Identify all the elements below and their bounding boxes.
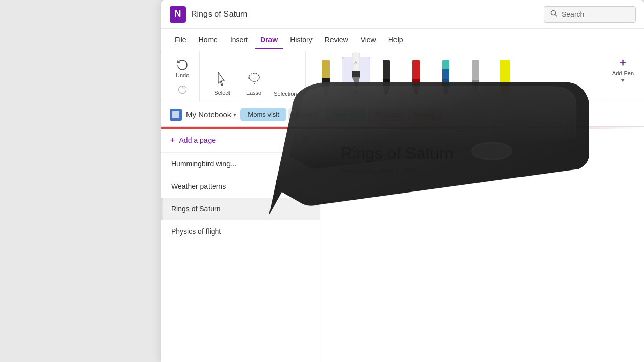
tab-school[interactable]: School xyxy=(288,108,323,121)
pen-tool-5[interactable] xyxy=(432,57,460,98)
svg-marker-6 xyxy=(322,87,330,93)
svg-marker-16 xyxy=(384,92,388,95)
svg-marker-11 xyxy=(352,77,360,83)
svg-rect-3 xyxy=(322,60,330,81)
title-bar: N Rings of Saturn Search xyxy=(161,0,644,29)
svg-rect-18 xyxy=(412,79,420,86)
svg-marker-20 xyxy=(414,92,418,95)
add-page-button[interactable]: + Add a page xyxy=(161,129,320,153)
pen-tool-7[interactable] xyxy=(491,57,521,98)
svg-marker-25 xyxy=(444,92,448,95)
select-button[interactable]: Select xyxy=(210,68,234,98)
svg-rect-21 xyxy=(442,60,449,70)
menu-view[interactable]: View xyxy=(356,33,381,47)
note-content: Rings of Saturn Wednesday, June 7, 2021 xyxy=(320,129,644,362)
pen-tools-group: A ▾ xyxy=(308,51,604,102)
svg-marker-12 xyxy=(354,83,358,88)
add-page-label: Add a page xyxy=(179,136,216,144)
svg-marker-7 xyxy=(324,93,327,95)
svg-rect-23 xyxy=(442,79,449,86)
tab-writing[interactable]: Writing xyxy=(407,108,442,121)
page-item-hummingbird[interactable]: Hummingbird wing... xyxy=(161,153,320,175)
notebook-icon xyxy=(170,109,182,121)
search-label: Search xyxy=(562,10,584,18)
menu-file[interactable]: File xyxy=(170,33,192,47)
app-window: N Rings of Saturn Search File Home Inser… xyxy=(161,0,644,362)
search-box[interactable]: Search xyxy=(544,6,636,23)
content-area: + Add a page Hummingbird wing... Weather… xyxy=(161,129,644,362)
selection-group-label: Selection xyxy=(274,91,297,98)
svg-marker-32 xyxy=(500,88,510,94)
toolbar: Undo Select Lasso xyxy=(161,51,644,102)
pen-tool-2[interactable]: A ▾ xyxy=(342,57,370,98)
svg-rect-31 xyxy=(500,82,510,88)
tab-physics[interactable]: Physics xyxy=(368,108,405,121)
page-item-weather[interactable]: Weather patterns xyxy=(161,175,320,198)
svg-rect-17 xyxy=(412,60,420,80)
selection-group: Select Lasso Selection xyxy=(202,51,305,102)
menu-home[interactable]: Home xyxy=(194,33,223,47)
add-page-plus-icon: + xyxy=(170,135,175,146)
svg-rect-27 xyxy=(472,80,479,84)
tab-work[interactable]: Work n... xyxy=(325,108,366,121)
pen-tool-4[interactable] xyxy=(402,57,430,98)
menu-help[interactable]: Help xyxy=(383,33,408,47)
svg-line-1 xyxy=(555,14,557,16)
add-pen-label: Add Pen xyxy=(612,70,634,76)
svg-rect-22 xyxy=(442,69,449,80)
svg-rect-10 xyxy=(352,71,360,77)
svg-rect-26 xyxy=(472,60,479,81)
redo-icon xyxy=(177,84,188,95)
pen-3-icon xyxy=(377,59,396,95)
add-pen-group[interactable]: ＋ Add Pen ▾ xyxy=(606,51,640,102)
page-list: + Add a page Hummingbird wing... Weather… xyxy=(161,129,320,362)
menu-bar: File Home Insert Draw History Review Vie… xyxy=(161,29,644,51)
pen-6-icon xyxy=(466,59,485,95)
add-pen-icon: ＋ xyxy=(618,55,628,69)
svg-marker-19 xyxy=(412,86,420,92)
pen-7-icon xyxy=(495,59,517,95)
svg-rect-5 xyxy=(322,84,330,87)
search-icon xyxy=(550,10,557,19)
pen-1-icon xyxy=(316,59,336,95)
lasso-label: Lasso xyxy=(246,90,261,96)
undo-button[interactable]: Undo xyxy=(172,57,193,80)
svg-marker-28 xyxy=(472,84,479,91)
svg-marker-33 xyxy=(502,94,508,95)
lasso-button[interactable]: Lasso xyxy=(242,68,265,98)
pen-tool-1[interactable] xyxy=(312,57,340,98)
svg-marker-24 xyxy=(442,86,449,92)
page-item-flight[interactable]: Physics of flight xyxy=(161,220,320,243)
pen-4-icon xyxy=(406,59,426,95)
svg-rect-14 xyxy=(383,79,390,86)
menu-insert[interactable]: Insert xyxy=(225,33,253,47)
select-label: Select xyxy=(214,90,230,96)
pen-tool-3[interactable] xyxy=(372,57,400,98)
notebook-icon-inner xyxy=(172,111,179,118)
lasso-icon xyxy=(247,70,261,89)
pen-tool-6[interactable] xyxy=(462,57,489,98)
note-title: Rings of Saturn xyxy=(341,144,624,163)
onenote-logo: N xyxy=(170,6,186,23)
sort-pages-icon[interactable] xyxy=(302,135,311,146)
svg-rect-30 xyxy=(500,60,510,83)
undo-label: Undo xyxy=(176,72,189,78)
undo-icon xyxy=(176,59,189,71)
select-cursor-icon xyxy=(215,70,230,89)
note-date: Wednesday, June 7, 2021 xyxy=(341,167,624,175)
pen-5-icon xyxy=(436,59,455,95)
pen-2-icon: A xyxy=(346,52,366,88)
notebook-name[interactable]: My Notebook xyxy=(186,110,231,119)
page-item-rings[interactable]: Rings of Saturn xyxy=(161,198,320,220)
tabs-area: Moms visit School Work n... Physics Writ… xyxy=(236,108,636,121)
menu-history[interactable]: History xyxy=(285,33,318,47)
redo-button[interactable] xyxy=(173,82,192,97)
app-title: Rings of Saturn xyxy=(191,10,544,19)
menu-draw[interactable]: Draw xyxy=(255,33,283,47)
svg-rect-13 xyxy=(383,60,390,80)
menu-review[interactable]: Review xyxy=(320,33,354,47)
tab-moms-visit[interactable]: Moms visit xyxy=(240,108,286,121)
logo-letter: N xyxy=(175,9,181,19)
undo-group: Undo xyxy=(165,51,200,102)
notebook-tabs-bar: My Notebook ▾ Moms visit School Work n..… xyxy=(161,102,644,127)
